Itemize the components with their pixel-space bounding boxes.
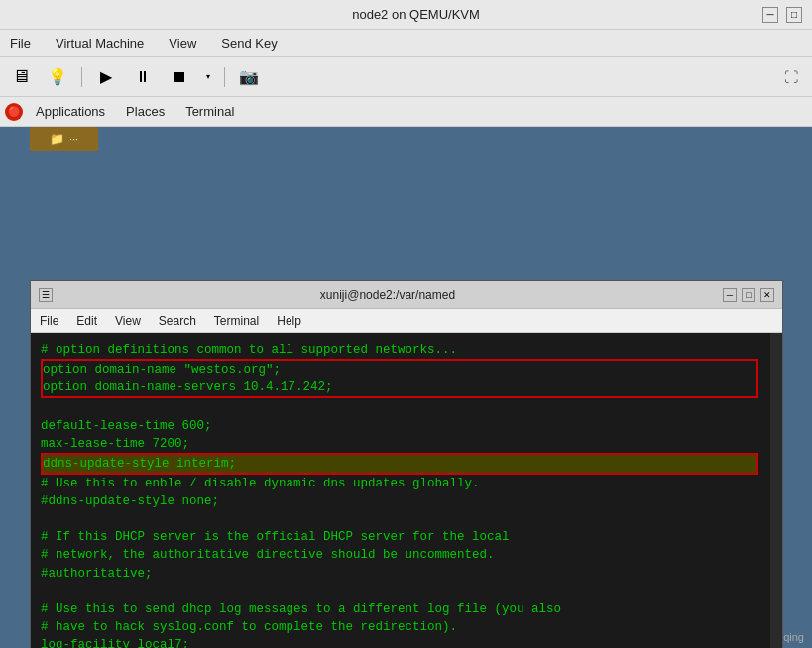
monitor-icon: 🖥 bbox=[12, 66, 30, 87]
monitor-button[interactable]: 🖥 bbox=[5, 63, 37, 91]
code-line-15: # Use this to send dhcp log messages to … bbox=[41, 600, 772, 618]
vm-title: node2 on QEMU/KVM bbox=[69, 7, 762, 22]
tab-icon: 📁 bbox=[50, 132, 64, 146]
terminal-menu-terminal[interactable]: Terminal bbox=[210, 312, 263, 330]
fullscreen-icon: ⛶ bbox=[784, 69, 798, 85]
code-line-11: # If this DHCP server is the official DH… bbox=[41, 528, 772, 546]
terminal-title: xuniji@node2:/var/named bbox=[53, 288, 723, 302]
vm-toolbar: 🖥 💡 ▶ ⏸ ⏹ ▾ 📷 ⛶ bbox=[0, 57, 812, 97]
terminal-menubar: File Edit View Search Terminal Help bbox=[31, 309, 782, 333]
code-line-8: # Use this to enble / disable dynamic dn… bbox=[41, 475, 772, 492]
tab-label: ··· bbox=[69, 133, 78, 145]
code-line-blank-2 bbox=[41, 510, 772, 528]
code-line-16: # have to hack syslog.conf to complete t… bbox=[41, 618, 772, 636]
screenshot-button[interactable]: 📷 bbox=[233, 63, 265, 91]
code-line-2: option domain-name "westos.org"; bbox=[43, 361, 756, 378]
code-line-blank-1 bbox=[41, 398, 772, 416]
stop-icon: ⏹ bbox=[172, 68, 187, 86]
play-button[interactable]: ▶ bbox=[90, 63, 122, 91]
code-line-5: default-lease-time 600; bbox=[41, 417, 772, 435]
code-line-blank-3 bbox=[41, 583, 772, 600]
terminal-menu-file[interactable]: File bbox=[36, 312, 62, 330]
appbar-applications[interactable]: Applications bbox=[28, 102, 113, 121]
toolbar-dropdown-button[interactable]: ▾ bbox=[200, 63, 216, 91]
terminal-window: ☰ xuniji@node2:/var/named ─ □ ✕ File Edi… bbox=[30, 280, 783, 648]
terminal-minimize-button[interactable]: ─ bbox=[723, 288, 737, 302]
vm-menubar: File Virtual Machine View Send Key bbox=[0, 30, 812, 57]
terminal-content[interactable]: # option definitions common to all suppo… bbox=[31, 333, 782, 648]
code-line-9: #ddns-update-style none; bbox=[41, 492, 772, 510]
appbar-terminal[interactable]: Terminal bbox=[177, 102, 242, 121]
terminal-menu-help[interactable]: Help bbox=[273, 312, 305, 330]
code-line-12: # network, the authoritative directive s… bbox=[41, 546, 772, 564]
vm-menu-virtualmachine[interactable]: Virtual Machine bbox=[51, 34, 149, 53]
toolbar-separator-1 bbox=[81, 67, 82, 87]
terminal-menu-view[interactable]: View bbox=[111, 312, 145, 330]
vm-menu-view[interactable]: View bbox=[164, 34, 201, 53]
fullscreen-button[interactable]: ⛶ bbox=[775, 63, 807, 91]
code-line-17: log-facility local7; bbox=[41, 636, 772, 648]
terminal-scrollbar[interactable] bbox=[770, 333, 782, 648]
play-icon: ▶ bbox=[100, 67, 112, 86]
appbar-places[interactable]: Places bbox=[118, 102, 173, 121]
lightbulb-button[interactable]: 💡 bbox=[42, 63, 73, 91]
terminal-menu-button[interactable]: ☰ bbox=[39, 288, 53, 302]
vm-window-controls: ─ □ bbox=[762, 7, 802, 23]
vm-titlebar: node2 on QEMU/KVM ─ □ bbox=[0, 0, 812, 30]
vm-menu-sendkey[interactable]: Send Key bbox=[216, 34, 282, 53]
terminal-menu-edit[interactable]: Edit bbox=[72, 312, 101, 330]
terminal-titlebar: ☰ xuniji@node2:/var/named ─ □ ✕ bbox=[31, 281, 782, 309]
vm-appbar: 🔴 Applications Places Terminal bbox=[0, 97, 812, 127]
vm-menu-file[interactable]: File bbox=[5, 34, 36, 53]
vm-window: node2 on QEMU/KVM ─ □ File Virtual Machi… bbox=[0, 0, 812, 648]
terminal-controls-right: ─ □ ✕ bbox=[723, 288, 774, 302]
stop-button[interactable]: ⏹ bbox=[164, 63, 195, 91]
pause-button[interactable]: ⏸ bbox=[127, 63, 159, 91]
code-line-6: max-lease-time 7200; bbox=[41, 435, 772, 453]
pause-icon: ⏸ bbox=[135, 68, 151, 86]
applications-icon: 🔴 bbox=[5, 103, 23, 121]
vm-minimize-button[interactable]: ─ bbox=[762, 7, 778, 23]
terminal-controls-left: ☰ bbox=[39, 288, 53, 302]
code-line-7: ddns-update-style interim; bbox=[43, 455, 756, 473]
terminal-close-button[interactable]: ✕ bbox=[760, 288, 774, 302]
lightbulb-icon: 💡 bbox=[48, 67, 67, 86]
screenshot-icon: 📷 bbox=[239, 67, 259, 86]
code-line-1: # option definitions common to all suppo… bbox=[41, 341, 772, 359]
terminal-menu-search[interactable]: Search bbox=[155, 312, 200, 330]
terminal-tab[interactable]: 📁 ··· bbox=[30, 127, 98, 151]
vm-maximize-button[interactable]: □ bbox=[786, 7, 802, 23]
toolbar-separator-2 bbox=[224, 67, 225, 87]
code-line-3: option domain-name-servers 10.4.17.242; bbox=[43, 378, 756, 396]
code-line-13: #authoritative; bbox=[41, 565, 772, 583]
terminal-maximize-button[interactable]: □ bbox=[742, 288, 755, 302]
